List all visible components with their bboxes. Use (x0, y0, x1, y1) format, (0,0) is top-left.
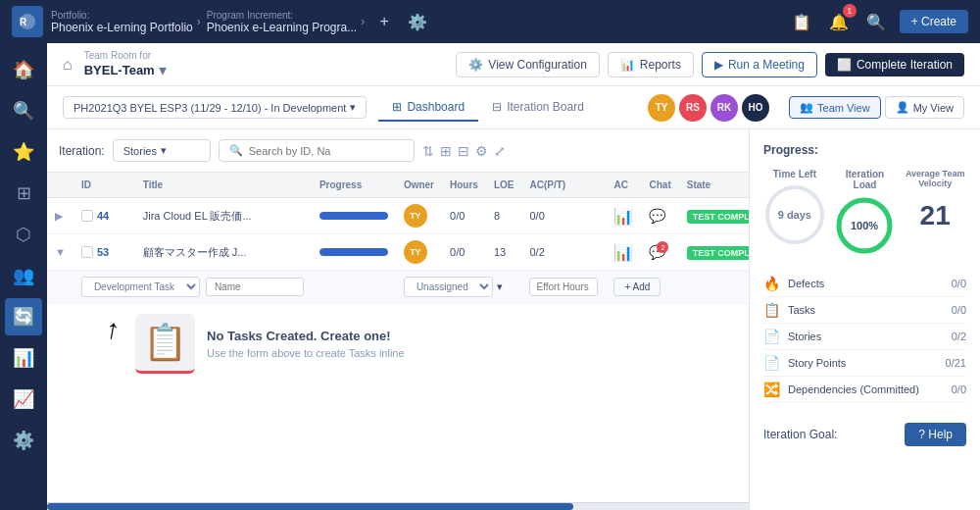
col-id[interactable]: ID (74, 173, 135, 198)
empty-state-icon: 📋 (135, 314, 195, 374)
reports-button[interactable]: 📊 Reports (608, 52, 694, 77)
avg-velocity-col: Average Team Velocity 21 (904, 169, 966, 259)
complete-iteration-button[interactable]: ⬜ Complete Iteration (825, 53, 964, 76)
main-content: Iteration: Stories ▾ 🔍 ⇅ ⊞ ⊟ ⚙ ⤢ (47, 129, 980, 510)
notification-badge: 1 (843, 4, 857, 18)
dropdown-arrow: ▾ (350, 101, 356, 114)
breadcrumb-arrow-2: › (361, 15, 365, 28)
sidebar-item-home[interactable]: 🏠 (5, 51, 42, 88)
svg-text:R: R (20, 17, 27, 27)
team-actions: ⚙️ View Configuration 📊 Reports ▶ Run a … (456, 52, 964, 77)
acpt-44: 0/0 (521, 198, 606, 234)
loe-53: 13 (486, 234, 522, 271)
col-acpt[interactable]: AC(P/T) (521, 173, 606, 198)
team-view-button[interactable]: 👥 Team View (789, 96, 881, 119)
help-button[interactable]: ? Help (905, 423, 966, 446)
assignee-select[interactable]: Unassigned (404, 277, 493, 297)
task-name-input[interactable] (206, 278, 304, 296)
sidebar-item-connections[interactable]: ⬡ (5, 216, 42, 253)
filter-arrow: ▾ (161, 144, 167, 157)
team-info: Team Room for BYEL-Team ▾ (84, 50, 167, 79)
portfolio-breadcrumb[interactable]: Portfolio: Phoenix e-Lerning Portfolio › (51, 10, 201, 34)
stories-filter-dropdown[interactable]: Stories ▾ (113, 139, 211, 162)
chat-badge-53: 2 (657, 241, 668, 253)
ac-44: 📊 (606, 198, 641, 234)
col-loe[interactable]: LOE (486, 173, 522, 198)
row-expand-53[interactable]: ▼ (55, 246, 66, 258)
sidebar-item-grid[interactable]: ⊞ (5, 175, 42, 212)
view-configuration-button[interactable]: ⚙️ View Configuration (456, 52, 600, 77)
breadcrumb-arrow-1: › (197, 15, 201, 28)
search-input[interactable] (249, 145, 404, 157)
sidebar-item-team[interactable]: 👥 (5, 257, 42, 294)
row-checkbox-53[interactable] (81, 246, 93, 258)
stat-defects: 🔥 Defects 0/0 (763, 271, 966, 297)
sidebar: 🏠 🔍 ⭐ ⊞ ⬡ 👥 🔄 📊 📈 ⚙️ (0, 43, 47, 510)
sidebar-item-iterations[interactable]: 🔄 (5, 298, 42, 335)
story-title-44: Jira Cloud EL 販売価... (135, 198, 312, 234)
col-owner[interactable]: Owner (396, 173, 442, 198)
iteration-load-col: Iteration Load 100% (834, 169, 897, 259)
col-progress[interactable]: Progress (312, 173, 396, 198)
story-id-53: 53 (97, 246, 109, 258)
app-logo[interactable]: R (12, 6, 43, 37)
acpt-53: 0/2 (521, 234, 606, 271)
settings-icon[interactable]: ⚙ (475, 143, 488, 159)
group-icon[interactable]: ⊞ (440, 143, 452, 159)
ac-53: 📊 (606, 234, 641, 271)
iteration-load-circle: 100% (835, 196, 894, 255)
tab-dashboard[interactable]: ⊞ Dashboard (378, 94, 478, 122)
assignee-arrow: ▾ (497, 280, 503, 293)
pi-breadcrumb[interactable]: Program Increment: Phoenix e-Learning Pr… (207, 10, 365, 34)
clipboard-icon[interactable]: 📋 (788, 8, 815, 35)
sidebar-item-search[interactable]: 🔍 (5, 92, 42, 129)
chat-44[interactable]: 💬 (649, 208, 665, 224)
add-icon[interactable]: + (370, 8, 398, 35)
chat-53[interactable]: 💬 2 (649, 244, 665, 260)
expand-icon[interactable]: ⤢ (494, 143, 506, 159)
scrollbar-thumb (47, 503, 573, 510)
task-type-select[interactable]: Development Task (81, 277, 200, 297)
iteration-selector[interactable]: PH2021Q3 BYEL ESP3 (11/29 - 12/10) - In … (63, 96, 367, 119)
col-ac[interactable]: AC (606, 173, 641, 198)
stat-story-points: 📄 Story Points 0/21 (763, 350, 966, 377)
tab-group: ⊞ Dashboard ⊟ Iteration Board (378, 94, 597, 122)
tab-iteration-board[interactable]: ⊟ Iteration Board (478, 94, 598, 122)
run-meeting-button[interactable]: ▶ Run a Meeting (702, 52, 817, 77)
notifications-btn[interactable]: 🔔 1 (825, 8, 853, 35)
table-header-row: ID Title Progress Owner Hours LOE AC(P/T… (47, 173, 749, 198)
col-hours[interactable]: Hours (442, 173, 486, 198)
create-button[interactable]: + Create (900, 10, 968, 33)
row-expand-44[interactable]: ▶ (55, 210, 63, 222)
my-view-button[interactable]: 👤 My View (885, 96, 964, 119)
stories-table: ID Title Progress Owner Hours LOE AC(P/T… (47, 173, 749, 304)
team-dropdown-icon[interactable]: ▾ (159, 61, 167, 79)
search-icon[interactable]: 🔍 (862, 8, 890, 35)
col-title[interactable]: Title (135, 173, 312, 198)
table-row: ▶ 44 Jira Cloud EL 販売価... (47, 198, 749, 234)
filter-icon[interactable]: ⊟ (458, 143, 469, 159)
home-icon[interactable]: ⌂ (63, 56, 73, 74)
hours-53: 0/0 (442, 234, 486, 271)
row-checkbox-44[interactable] (81, 210, 93, 222)
toolbar-icons: ⇅ ⊞ ⊟ ⚙ ⤢ (422, 143, 506, 159)
col-expand (47, 173, 74, 198)
sub-header: PH2021Q3 BYEL ESP3 (11/29 - 12/10) - In … (47, 86, 980, 129)
breadcrumb: Portfolio: Phoenix e-Lerning Portfolio ›… (51, 8, 780, 35)
iteration-goal-row: Iteration Goal: ? Help (763, 415, 966, 446)
dependencies-icon: 🔀 (763, 382, 780, 397)
team-header: ⌂ Team Room for BYEL-Team ▾ ⚙️ View Conf… (47, 43, 980, 86)
col-chat[interactable]: Chat (641, 173, 678, 198)
sidebar-item-settings[interactable]: ⚙️ (5, 422, 42, 459)
table-panel: Iteration: Stories ▾ 🔍 ⇅ ⊞ ⊟ ⚙ ⤢ (47, 129, 750, 510)
effort-hours-input[interactable] (529, 278, 598, 296)
sort-icon[interactable]: ⇅ (422, 143, 434, 159)
sidebar-item-reports[interactable]: 📊 (5, 339, 42, 377)
sidebar-item-star[interactable]: ⭐ (5, 133, 42, 171)
add-task-button[interactable]: + Add (613, 278, 661, 296)
time-left-col: Time Left 9 days (763, 169, 826, 259)
sidebar-item-chart[interactable]: 📈 (5, 381, 42, 418)
col-state[interactable]: State (679, 173, 749, 198)
horizontal-scrollbar[interactable] (47, 502, 749, 510)
settings-icon[interactable]: ⚙️ (404, 8, 431, 35)
